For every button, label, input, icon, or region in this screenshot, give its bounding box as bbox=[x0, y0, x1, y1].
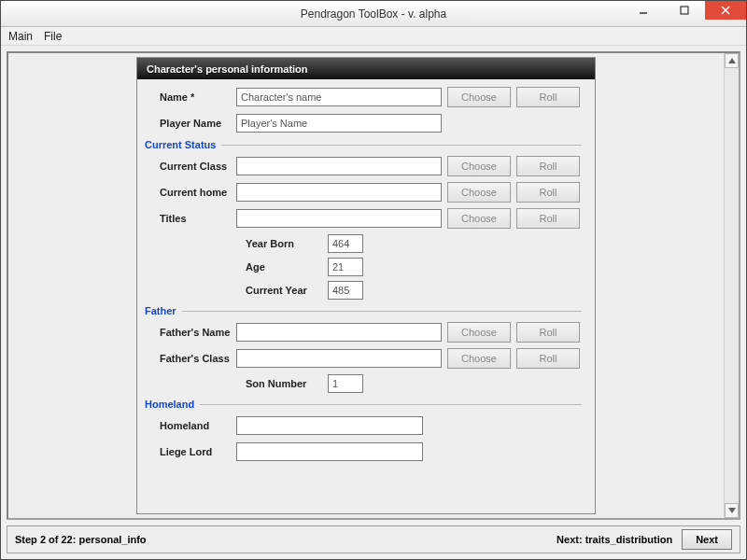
player-label: Player Name bbox=[150, 118, 236, 129]
current-class-choose-button[interactable]: Choose bbox=[447, 156, 511, 176]
window-title: Pendragon ToolBox - v. alpha bbox=[301, 7, 446, 21]
minimize-button[interactable] bbox=[623, 1, 664, 20]
scroll-down-icon[interactable] bbox=[725, 503, 739, 518]
titles-roll-button[interactable]: Roll bbox=[516, 208, 580, 229]
scroll-up-icon[interactable] bbox=[725, 53, 739, 68]
father-name-roll-button[interactable]: Roll bbox=[516, 322, 580, 343]
svg-marker-4 bbox=[728, 58, 736, 63]
current-year-input[interactable] bbox=[328, 281, 363, 300]
father-class-roll-button[interactable]: Roll bbox=[516, 348, 580, 369]
current-year-label: Current Year bbox=[246, 285, 328, 296]
titles-input[interactable] bbox=[236, 209, 442, 228]
year-born-input[interactable] bbox=[328, 234, 363, 253]
svg-marker-5 bbox=[728, 508, 736, 513]
current-class-roll-button[interactable]: Roll bbox=[516, 156, 580, 176]
current-class-input[interactable] bbox=[236, 157, 442, 175]
father-legend: Father bbox=[145, 305, 582, 316]
maximize-icon bbox=[680, 6, 689, 15]
name-choose-button[interactable]: Choose bbox=[447, 87, 511, 107]
father-name-input[interactable] bbox=[236, 323, 442, 342]
father-name-label: Father's Name bbox=[150, 327, 236, 338]
liege-input[interactable] bbox=[236, 442, 423, 461]
current-home-roll-button[interactable]: Roll bbox=[516, 182, 580, 203]
close-icon bbox=[721, 6, 730, 15]
scroll-pane: Character's personal information Name * … bbox=[7, 51, 740, 520]
next-step-label: Next: traits_distribution bbox=[557, 534, 672, 545]
homeland-legend: Homeland bbox=[145, 399, 582, 410]
current-home-choose-button[interactable]: Choose bbox=[447, 182, 511, 203]
titles-label: Titles bbox=[150, 213, 236, 224]
status-bar: Step 2 of 22: personal_info Next: traits… bbox=[7, 525, 740, 553]
panel-title: Character's personal information bbox=[137, 58, 595, 79]
client-area: Character's personal information Name * … bbox=[1, 46, 746, 559]
age-input[interactable] bbox=[328, 258, 363, 276]
father-name-choose-button[interactable]: Choose bbox=[447, 322, 511, 343]
name-input[interactable] bbox=[236, 88, 442, 106]
menu-file[interactable]: File bbox=[44, 30, 62, 43]
father-class-label: Father's Class bbox=[150, 353, 236, 364]
father-class-input[interactable] bbox=[236, 349, 442, 368]
step-indicator: Step 2 of 22: personal_info bbox=[15, 534, 147, 545]
name-label: Name * bbox=[150, 91, 236, 103]
close-button[interactable] bbox=[705, 1, 746, 20]
titles-choose-button[interactable]: Choose bbox=[447, 208, 511, 229]
character-info-panel: Character's personal information Name * … bbox=[136, 57, 596, 514]
current-home-label: Current home bbox=[150, 187, 236, 198]
player-input[interactable] bbox=[236, 114, 442, 133]
panel-body: Name * Choose Roll Player Name Current S… bbox=[137, 79, 595, 477]
year-born-label: Year Born bbox=[246, 238, 328, 249]
liege-label: Liege Lord bbox=[150, 446, 236, 457]
svg-rect-1 bbox=[681, 7, 688, 14]
son-number-input[interactable] bbox=[328, 374, 363, 393]
menubar: Main File bbox=[1, 27, 746, 46]
name-roll-button[interactable]: Roll bbox=[516, 87, 580, 107]
son-number-label: Son Number bbox=[246, 378, 328, 389]
current-status-legend: Current Status bbox=[145, 139, 582, 150]
vertical-scrollbar[interactable] bbox=[724, 53, 739, 518]
menu-main[interactable]: Main bbox=[8, 30, 33, 43]
titlebar: Pendragon ToolBox - v. alpha bbox=[1, 1, 746, 27]
current-home-input[interactable] bbox=[236, 183, 442, 202]
minimize-icon bbox=[639, 6, 648, 15]
scroll-content: Character's personal information Name * … bbox=[8, 53, 724, 518]
father-class-choose-button[interactable]: Choose bbox=[447, 348, 511, 369]
window-controls bbox=[623, 1, 746, 26]
homeland-input[interactable] bbox=[236, 416, 423, 435]
maximize-button[interactable] bbox=[664, 1, 705, 20]
age-label: Age bbox=[246, 261, 328, 273]
homeland-label: Homeland bbox=[150, 420, 236, 431]
current-class-label: Current Class bbox=[150, 161, 236, 172]
app-window: Pendragon ToolBox - v. alpha Main File C… bbox=[0, 0, 747, 560]
next-button[interactable]: Next bbox=[682, 529, 732, 550]
